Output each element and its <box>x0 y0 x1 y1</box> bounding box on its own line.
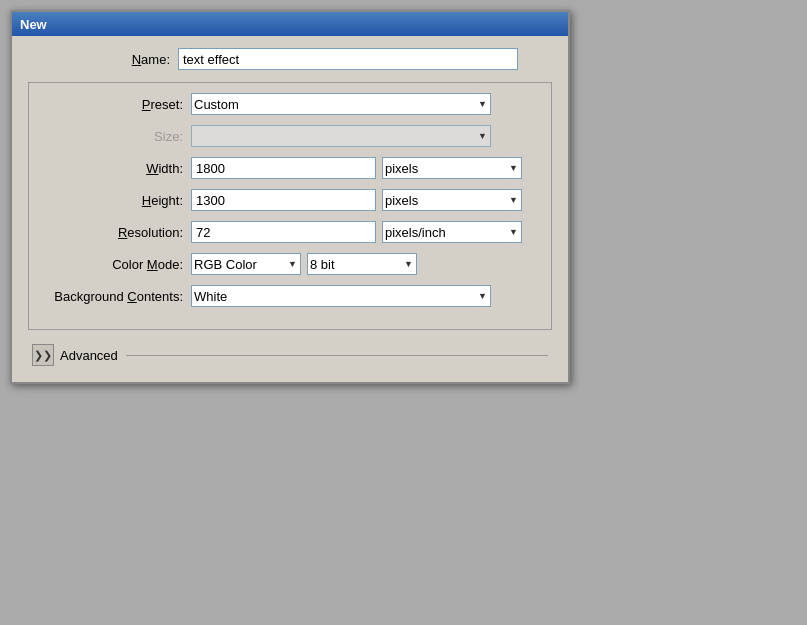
color-mode-select-wrapper: Bitmap Grayscale RGB Color CMYK Color La… <box>191 253 301 275</box>
advanced-chevron-icon: ❯❯ <box>34 349 52 362</box>
size-select-wrapper <box>191 125 491 147</box>
name-row: Name: text effect <box>28 48 552 70</box>
color-mode-label: Color Mode: <box>41 257 191 272</box>
window-title: New <box>20 17 47 32</box>
color-mode-select[interactable]: Bitmap Grayscale RGB Color CMYK Color La… <box>191 253 301 275</box>
preset-select[interactable]: Custom <box>191 93 491 115</box>
advanced-toggle-button[interactable]: ❯❯ <box>32 344 54 366</box>
preset-section: Preset: Custom Size: <box>28 82 552 330</box>
height-input[interactable] <box>191 189 376 211</box>
resolution-row: Resolution: pixels/inch pixels/cm <box>41 221 539 243</box>
new-document-dialog: New Name: text effect Preset: Custom <box>10 10 570 384</box>
size-select[interactable] <box>191 125 491 147</box>
bit-depth-select-wrapper: 8 bit 16 bit 32 bit <box>307 253 417 275</box>
preset-label: Preset: <box>41 97 191 112</box>
background-row: Background Contents: White Background Co… <box>41 285 539 307</box>
resolution-unit-wrapper: pixels/inch pixels/cm <box>382 221 522 243</box>
preset-select-wrapper: Custom <box>191 93 491 115</box>
height-label: Height: <box>41 193 191 208</box>
size-label: Size: <box>41 129 191 144</box>
bit-depth-select[interactable]: 8 bit 16 bit 32 bit <box>307 253 417 275</box>
width-row: Width: pixels inches cm mm points picas … <box>41 157 539 179</box>
advanced-row: ❯❯ Advanced <box>28 344 552 366</box>
width-unit-select[interactable]: pixels inches cm mm points picas columns <box>382 157 522 179</box>
width-unit-wrapper: pixels inches cm mm points picas columns <box>382 157 522 179</box>
resolution-input[interactable] <box>191 221 376 243</box>
height-unit-select[interactable]: pixels inches cm mm points picas <box>382 189 522 211</box>
title-bar: New <box>12 12 568 36</box>
advanced-label: Advanced <box>60 348 118 363</box>
background-select[interactable]: White Background Color Transparent <box>191 285 491 307</box>
preset-row: Preset: Custom <box>41 93 539 115</box>
resolution-unit-select[interactable]: pixels/inch pixels/cm <box>382 221 522 243</box>
height-row: Height: pixels inches cm mm points picas <box>41 189 539 211</box>
width-input[interactable] <box>191 157 376 179</box>
color-mode-row: Color Mode: Bitmap Grayscale RGB Color C… <box>41 253 539 275</box>
advanced-divider <box>126 355 548 356</box>
resolution-label: Resolution: <box>41 225 191 240</box>
width-label: Width: <box>41 161 191 176</box>
name-label: Name: <box>28 52 178 67</box>
size-row: Size: <box>41 125 539 147</box>
background-select-wrapper: White Background Color Transparent <box>191 285 491 307</box>
name-input[interactable]: text effect <box>178 48 518 70</box>
background-label: Background Contents: <box>41 289 191 304</box>
color-mode-controls: Bitmap Grayscale RGB Color CMYK Color La… <box>191 253 417 275</box>
height-unit-wrapper: pixels inches cm mm points picas <box>382 189 522 211</box>
